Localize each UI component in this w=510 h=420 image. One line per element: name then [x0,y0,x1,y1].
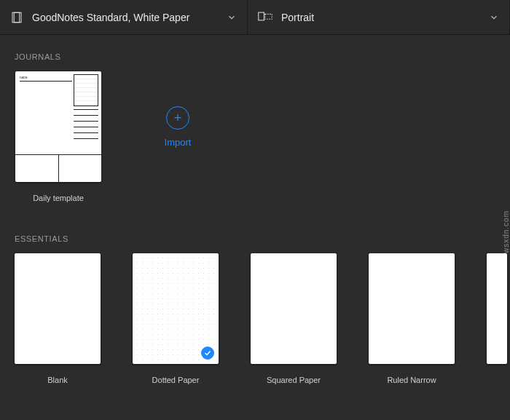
template-label: Daily template [33,194,84,202]
svg-rect-2 [259,12,264,20]
template-thumb [133,253,219,364]
template-ruled-narrow[interactable]: Ruled Narrow [369,253,455,384]
template-peek[interactable] [487,253,507,364]
template-thumb [251,253,337,364]
template-squared[interactable]: Squared Paper [251,253,337,384]
template-label: Blank [47,376,68,384]
orientation-label: Portrait [281,12,480,23]
orientation-icon [258,11,272,24]
chevron-down-icon [227,12,237,23]
paper-label: GoodNotes Standard, White Paper [32,12,218,23]
plus-icon: + [166,106,189,130]
template-label: Dotted Paper [152,376,200,384]
template-daily[interactable]: DATE: Daily template [15,71,102,202]
chevron-down-icon [489,12,499,23]
template-blank[interactable]: Blank [15,253,101,384]
svg-rect-1 [14,12,20,23]
import-button[interactable]: + Import [134,71,221,182]
template-label: Squared Paper [267,376,321,384]
paper-icon [10,11,23,24]
selected-check-icon [200,345,216,361]
svg-rect-3 [265,14,272,19]
template-dotted[interactable]: Dotted Paper [133,253,219,384]
template-thumb [15,253,101,364]
paper-dropdown[interactable]: GoodNotes Standard, White Paper [0,0,248,34]
import-label: Import [165,137,192,148]
template-label: Ruled Narrow [387,376,436,384]
orientation-dropdown[interactable]: Portrait [248,0,510,34]
template-thumb: DATE: [15,71,101,182]
watermark: wsxdn.com [502,210,510,253]
template-thumb [369,253,455,364]
journals-header: JOURNALS [0,35,510,71]
essentials-header: ESSENTIALS [0,202,510,253]
